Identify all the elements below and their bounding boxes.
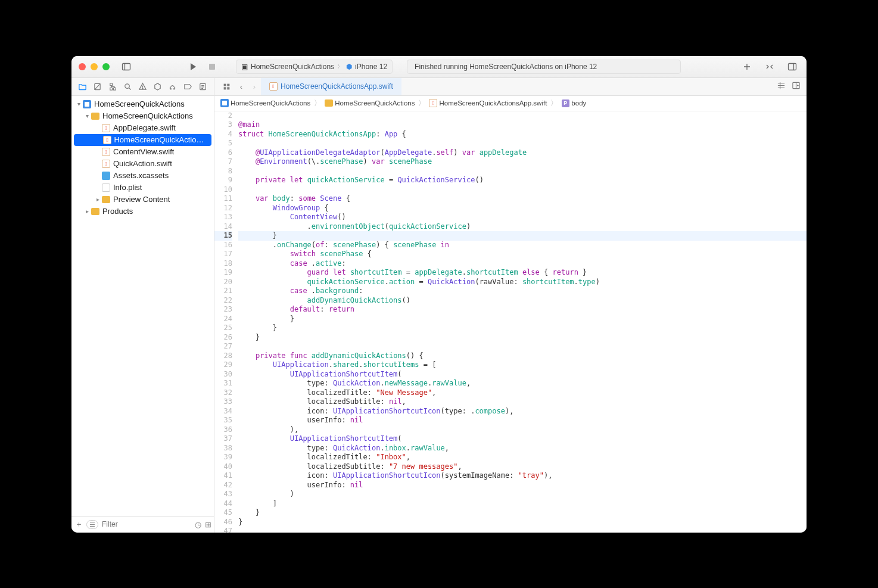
bc-file: HomeScreenQuickActionsApp.swift bbox=[439, 99, 547, 107]
file-tree[interactable]: ▾HomeScreenQuickActions▾HomeScreenQuickA… bbox=[71, 96, 214, 516]
file-tree-row[interactable]: 𓅮HomeScreenQuickActionsA... bbox=[74, 134, 211, 146]
file-tree-label: AppDelegate.swift bbox=[113, 123, 176, 132]
traffic-lights bbox=[79, 63, 110, 70]
scm-filter-button[interactable]: ⊞ bbox=[205, 520, 211, 529]
swift-file-icon: 𓅮 bbox=[101, 123, 111, 133]
add-editor-button[interactable] bbox=[792, 81, 801, 92]
project-icon bbox=[220, 99, 229, 107]
svg-point-18 bbox=[142, 88, 143, 89]
find-navigator-tab[interactable] bbox=[120, 79, 135, 94]
file-tree-row[interactable]: Assets.xcassets bbox=[71, 170, 214, 182]
secondary-toolbar: ‹ › 𓅮 HomeScreenQuickActionsApp.swift bbox=[71, 78, 807, 96]
editor-tabbar: ‹ › 𓅮 HomeScreenQuickActionsApp.swift bbox=[214, 78, 807, 95]
issue-navigator-tab[interactable] bbox=[135, 79, 150, 94]
project-navigator: ▾HomeScreenQuickActions▾HomeScreenQuickA… bbox=[71, 96, 214, 533]
swift-file-icon: 𓅮 bbox=[269, 82, 278, 91]
svg-rect-27 bbox=[223, 87, 226, 89]
svg-point-15 bbox=[125, 83, 130, 88]
filter-input[interactable] bbox=[102, 520, 191, 528]
file-tree-label: HomeScreenQuickActions bbox=[102, 111, 193, 120]
file-tree-row[interactable]: 𓅮QuickAction.swift bbox=[71, 158, 214, 170]
toggle-sidebar-button[interactable] bbox=[119, 60, 133, 74]
editor-tab-label: HomeScreenQuickActionsApp.swift bbox=[281, 82, 393, 91]
file-tree-row[interactable]: ▾HomeScreenQuickActions bbox=[71, 110, 214, 122]
filter-scope-button[interactable]: ☰ bbox=[86, 520, 98, 529]
xcode-window: ▣ HomeScreenQuickActions 〉 ⬢ iPhone 12 F… bbox=[71, 56, 807, 533]
add-file-button[interactable]: ＋ bbox=[75, 519, 83, 530]
disclosure-triangle[interactable]: ▸ bbox=[83, 208, 91, 214]
device-icon: ⬢ bbox=[346, 63, 352, 71]
editor-tab[interactable]: 𓅮 HomeScreenQuickActionsApp.swift bbox=[261, 78, 401, 95]
toggle-inspector-button[interactable] bbox=[785, 60, 799, 74]
source-editor[interactable]: 2345678910111213141516171819202122232425… bbox=[214, 111, 807, 533]
source-control-navigator-tab[interactable] bbox=[90, 79, 105, 94]
svg-rect-9 bbox=[110, 83, 112, 85]
svg-point-20 bbox=[174, 88, 175, 89]
editor-options-button[interactable] bbox=[777, 81, 786, 92]
activity-status[interactable]: Finished running HomeScreenQuickActions … bbox=[407, 60, 681, 74]
close-window-button[interactable] bbox=[79, 63, 86, 70]
recent-filter-button[interactable]: ◷ bbox=[195, 520, 201, 529]
disclosure-triangle[interactable]: ▸ bbox=[94, 196, 101, 203]
code-review-button[interactable] bbox=[762, 60, 777, 74]
file-tree-label: HomeScreenQuickActionsA... bbox=[114, 135, 207, 144]
file-tree-label: Info.plist bbox=[113, 183, 142, 192]
destination-name: iPhone 12 bbox=[355, 63, 387, 71]
file-tree-label: Assets.xcassets bbox=[113, 171, 169, 180]
file-tree-row[interactable]: ▾HomeScreenQuickActions bbox=[71, 98, 214, 110]
workspace-body: ▾HomeScreenQuickActions▾HomeScreenQuickA… bbox=[71, 96, 807, 533]
svg-rect-28 bbox=[227, 87, 229, 89]
svg-rect-5 bbox=[789, 63, 796, 70]
stop-button[interactable] bbox=[205, 60, 219, 74]
line-gutter: 2345678910111213141516171819202122232425… bbox=[214, 111, 238, 533]
bc-project: HomeScreenQuickActions bbox=[231, 99, 310, 107]
run-button[interactable] bbox=[186, 60, 200, 74]
history-nav: ‹ › bbox=[235, 78, 261, 95]
breakpoint-navigator-tab[interactable] bbox=[180, 79, 195, 94]
svg-line-16 bbox=[129, 88, 130, 89]
related-items-button[interactable] bbox=[218, 78, 235, 95]
swift-file-icon: 𓅮 bbox=[101, 159, 111, 169]
test-navigator-tab[interactable] bbox=[150, 79, 165, 94]
disclosure-triangle[interactable]: ▾ bbox=[75, 101, 82, 107]
folder-icon bbox=[91, 111, 100, 121]
swift-file-icon: 𓅮 bbox=[429, 99, 437, 107]
scheme-icon: ▣ bbox=[241, 63, 248, 71]
report-navigator-tab[interactable] bbox=[195, 79, 210, 94]
add-button[interactable] bbox=[740, 60, 754, 74]
folder-icon bbox=[101, 195, 111, 204]
svg-rect-2 bbox=[209, 64, 215, 70]
code-content[interactable]: @mainstruct HomeScreenQuickActionsApp: A… bbox=[238, 111, 807, 533]
file-tree-row[interactable]: ▸Preview Content bbox=[71, 194, 214, 206]
file-tree-label: Products bbox=[102, 207, 133, 216]
svg-rect-11 bbox=[113, 88, 116, 90]
file-tree-row[interactable]: 𓅮AppDelegate.swift bbox=[71, 122, 214, 134]
history-forward-button[interactable]: › bbox=[248, 82, 261, 91]
property-icon: P bbox=[562, 99, 569, 107]
bc-symbol: body bbox=[571, 99, 586, 107]
svg-rect-25 bbox=[223, 83, 226, 86]
titlebar: ▣ HomeScreenQuickActions 〉 ⬢ iPhone 12 F… bbox=[71, 56, 807, 78]
svg-rect-26 bbox=[227, 83, 229, 86]
jump-bar[interactable]: HomeScreenQuickActions 〉 HomeScreenQuick… bbox=[214, 96, 807, 111]
chevron-right-icon: 〉 bbox=[337, 63, 343, 71]
file-tree-row[interactable]: ▸Products bbox=[71, 206, 214, 217]
svg-line-8 bbox=[95, 83, 100, 89]
zoom-window-button[interactable] bbox=[102, 63, 110, 70]
chevron-right-icon: 〉 bbox=[314, 99, 321, 108]
project-navigator-tab[interactable] bbox=[75, 79, 90, 94]
swift-file-icon: 𓅮 bbox=[101, 147, 111, 157]
scheme-selector[interactable]: ▣ HomeScreenQuickActions 〉 ⬢ iPhone 12 bbox=[236, 60, 393, 74]
svg-point-19 bbox=[170, 88, 172, 89]
scheme-name: HomeScreenQuickActions bbox=[251, 63, 334, 71]
symbol-navigator-tab[interactable] bbox=[105, 79, 120, 94]
file-tree-row[interactable]: 𓅮ContentView.swift bbox=[71, 146, 214, 158]
file-tree-row[interactable]: Info.plist bbox=[71, 182, 214, 194]
minimize-window-button[interactable] bbox=[91, 63, 98, 70]
debug-navigator-tab[interactable] bbox=[165, 79, 180, 94]
file-tree-label: QuickAction.swift bbox=[113, 159, 172, 168]
history-back-button[interactable]: ‹ bbox=[235, 82, 248, 91]
svg-rect-0 bbox=[123, 63, 130, 70]
disclosure-triangle[interactable]: ▾ bbox=[83, 113, 91, 119]
chevron-right-icon: 〉 bbox=[550, 99, 558, 108]
